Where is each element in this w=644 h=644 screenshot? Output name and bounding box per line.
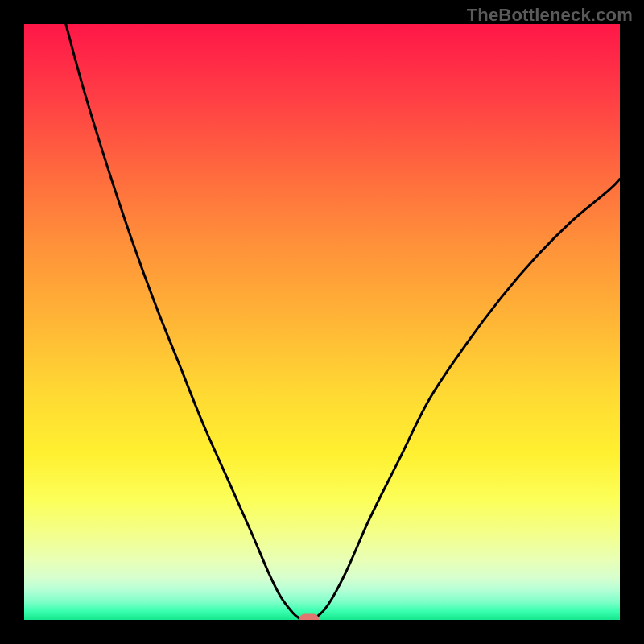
minimum-marker — [299, 613, 319, 620]
chart-frame: TheBottleneck.com — [0, 0, 644, 644]
plot-area — [24, 24, 620, 620]
bottleneck-curve — [24, 24, 620, 620]
watermark-text: TheBottleneck.com — [467, 5, 633, 26]
